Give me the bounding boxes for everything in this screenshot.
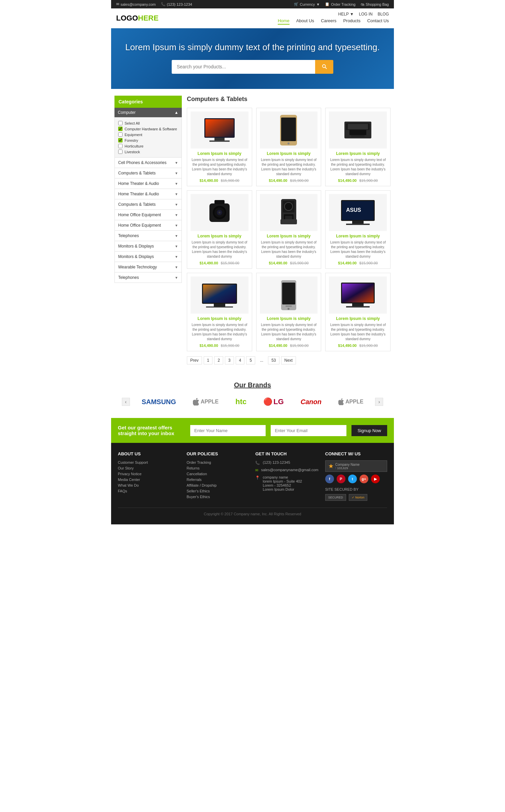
googleplus-icon[interactable]: g+ [360,475,368,483]
brand-apple-1[interactable]: APPLE [188,396,224,407]
help-link[interactable]: HELP ▼ [338,12,354,17]
newsletter-signup-button[interactable]: Signup Now [351,425,387,436]
footer-link-sellers-ethics[interactable]: Seller's Ethics [187,489,248,493]
product-card-2: Lorem Ipsum is simply Lorem Ipsum is sim… [256,108,322,186]
equipment-input[interactable] [118,132,123,137]
pagination-page-1[interactable]: 1 [204,356,213,364]
sidebar-item-computers-tablets[interactable]: Computers & Tablets▼ [114,168,182,178]
secured-badge-1: SECURED [325,494,346,501]
brand-lg[interactable]: 🔴 LG [258,396,289,408]
checkbox-horticulture[interactable]: Horticulture [118,143,178,149]
sidebar-item-telephones-2[interactable]: Telephones▼ [114,272,182,283]
facebook-icon[interactable]: f [325,475,334,483]
youtube-icon[interactable]: ▶ [371,475,380,483]
pagination-next[interactable]: Next [281,356,296,364]
brand-apple-2[interactable]: APPLE [333,397,368,407]
twitter-icon[interactable]: t [348,475,357,483]
pagination: Prev 1 2 3 4 5 ... 53 Next [187,356,391,364]
brands-row: ‹ SAMSUNG APPLE htc 🔴 LG Canon APPLE › [116,396,389,408]
order-tracking-link[interactable]: 📋 Order Tracking [325,2,356,6]
nav-careers[interactable]: Careers [321,18,336,25]
pagination-prev[interactable]: Prev [187,356,202,364]
sidebar-item-monitors-1[interactable]: Monitors & Displays▼ [114,241,182,252]
sidebar-item-monitors-2[interactable]: Monitors & Displays▼ [114,252,182,262]
horticulture-input[interactable] [118,144,123,148]
pagination-page-4[interactable]: 4 [236,356,245,364]
footer-link-order-tracking[interactable]: Order Tracking [187,460,248,464]
product-title-6: Lorem Ipsum is simply [329,234,387,238]
search-input[interactable] [172,60,315,74]
footer-link-affiliate[interactable]: Affiliate / Dropship [187,483,248,487]
checkbox-forestry[interactable]: Forestry [118,137,178,143]
footer-link-privacy[interactable]: Privacy Notice [118,472,180,476]
company-badge: ★ Company Name f 103,629 [325,460,387,472]
sidebar-item-home-theater-1[interactable]: Home Theater & Audio▼ [114,178,182,189]
nav-contact[interactable]: Contact Us [367,18,389,25]
svg-rect-37 [285,305,292,307]
shopping-bag-link[interactable]: 🛍 Shopping Bag [361,2,389,6]
product-desc-6: Lorem Ipsum is simply dummy text of the … [329,240,387,259]
brands-next-arrow[interactable]: › [375,398,383,406]
phone-contact: 📞 (123) 123-1234 [161,2,192,6]
product-grid: Computers & Tablets Lorem Ipsum is simpl… [187,96,391,364]
pagination-page-5[interactable]: 5 [246,356,255,364]
sidebar-item-telephones-1[interactable]: Telephones▼ [114,231,182,241]
product-price-3: $14,490.00 $15,900.00 [329,178,387,183]
location-icon: 📍 [255,476,260,480]
checkbox-select-all[interactable]: Select All [118,120,178,126]
hardware-input[interactable] [118,127,123,131]
newsletter-email-input[interactable] [271,425,346,436]
nav-home[interactable]: Home [278,18,290,25]
secured-by-label: SITE SECURED BY [325,487,387,491]
products-row-2: Lorem Ipsum is simply Lorem Ipsum is sim… [187,190,391,269]
pagination-page-3[interactable]: 3 [225,356,234,364]
sidebar-item-wearable[interactable]: Wearable Technology▼ [114,262,182,272]
currency-selector[interactable]: 🛒 Currency ▼ [294,2,320,6]
footer-link-our-story[interactable]: Our Story [118,466,180,470]
forestry-input[interactable] [118,138,123,142]
select-all-input[interactable] [118,121,123,125]
sidebar-item-computers-2[interactable]: Computers & Tablets▼ [114,199,182,210]
footer-link-customer-support[interactable]: Customer Support [118,460,180,464]
product-desc-7: Lorem Ipsum is simply dummy text of the … [191,323,248,342]
pinterest-icon[interactable]: P [337,475,345,483]
newsletter-name-input[interactable] [190,425,266,436]
brands-prev-arrow[interactable]: ‹ [122,398,130,406]
footer-link-cancellation[interactable]: Cancellation [187,472,248,476]
product-price-1: $14,490.00 $15,900.00 [191,178,248,183]
footer-link-buyers-ethics[interactable]: Buyer's Ethics [187,495,248,499]
checkbox-hardware[interactable]: Computer Hardware & Software [118,126,178,132]
footer-link-what-we-do[interactable]: What We Do [118,483,180,487]
livestock-input[interactable] [118,150,123,154]
brand-canon[interactable]: Canon [296,396,327,408]
price-original-7: $15,900.00 [221,344,239,348]
sidebar-item-home-office-1[interactable]: Home Office Equipment▼ [114,210,182,220]
sidebar-item-cell-phones[interactable]: Cell Phones & Accessories▼ [114,158,182,168]
sidebar-item-home-office-2[interactable]: Home Office Equipment▼ [114,220,182,231]
sidebar-computer-header[interactable]: Computer ▲ [114,108,182,117]
sidebar-item-home-theater-2[interactable]: Home Theater & Audio▼ [114,189,182,199]
footer-link-faqs[interactable]: FAQs [118,489,180,493]
address-line3: Lorem Ipsum Dolor [263,487,302,491]
svg-rect-17 [214,200,225,204]
pagination-last[interactable]: 53 [268,356,279,364]
checkbox-livestock[interactable]: Livestock [118,149,178,155]
sidebar: Categories Computer ▲ Select All Compute… [114,96,182,364]
nav-products[interactable]: Products [343,18,360,25]
login-link[interactable]: LOG IN [359,12,373,17]
chevron-down-icon: ▼ [175,245,178,248]
checkbox-equipment[interactable]: Equipment [118,132,178,137]
footer-link-returns[interactable]: Returns [187,466,248,470]
search-button[interactable] [315,60,333,74]
footer-link-referrals[interactable]: Referrals [187,478,248,482]
address-company: company name [263,475,302,479]
camera-svg [208,198,231,227]
brand-samsung[interactable]: SAMSUNG [137,396,181,408]
social-links: f P t g+ ▶ [325,475,387,483]
nav-about[interactable]: About Us [296,18,314,25]
pagination-page-2[interactable]: 2 [214,356,223,364]
price-current-1: $14,490.00 [200,178,218,183]
footer-link-media[interactable]: Media Center [118,478,180,482]
blog-link[interactable]: BLOG [378,12,389,17]
brand-htc[interactable]: htc [230,396,251,408]
